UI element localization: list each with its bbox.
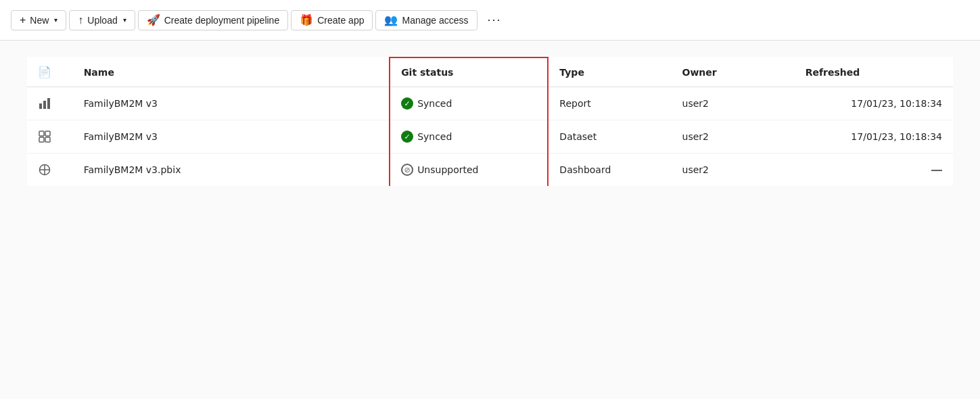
item-type: Report — [559, 98, 590, 109]
col-header-type[interactable]: Type — [548, 57, 671, 87]
row-refreshed-cell — [795, 154, 953, 187]
main-content: 📄 Name Git status Type Owner Refreshed F… — [0, 41, 980, 399]
table-row[interactable]: FamilyBM2M v3 ✓ Synced Report user2 17/0… — [27, 87, 953, 120]
synced-icon: ✓ — [401, 131, 413, 143]
row-refreshed-cell: 17/01/23, 10:18:34 — [795, 87, 953, 120]
upload-chevron-icon: ▾ — [123, 16, 126, 24]
row-refreshed-cell: 17/01/23, 10:18:34 — [795, 120, 953, 154]
item-name: FamilyBM2M v3.pbix — [84, 164, 181, 175]
create-app-label: Create app — [317, 15, 364, 26]
git-status-label: Synced — [417, 131, 452, 142]
item-type: Dataset — [559, 131, 597, 142]
row-type-cell: Dashboard — [548, 154, 671, 187]
row-name-cell: FamilyBM2M v3.pbix — [73, 154, 390, 187]
svg-rect-0 — [39, 103, 42, 109]
table-row[interactable]: FamilyBM2M v3.pbix ⊘ Unsupported Dashboa… — [27, 154, 953, 187]
refreshed-dash — [931, 170, 942, 171]
row-type-cell: Report — [548, 87, 671, 120]
dataset-icon — [38, 130, 51, 143]
table-row[interactable]: FamilyBM2M v3 ✓ Synced Dataset user2 17/… — [27, 120, 953, 154]
items-table: 📄 Name Git status Type Owner Refreshed F… — [27, 57, 953, 186]
row-icon-cell — [27, 120, 73, 154]
row-owner-cell: user2 — [672, 87, 795, 120]
git-status-label: Synced — [417, 98, 452, 109]
item-owner: user2 — [682, 131, 709, 142]
svg-rect-2 — [47, 98, 50, 109]
more-dots-icon: ··· — [488, 13, 502, 27]
manage-access-button[interactable]: 👥 Manage access — [375, 10, 477, 30]
row-owner-cell: user2 — [672, 120, 795, 154]
item-owner: user2 — [682, 164, 709, 175]
row-name-cell: FamilyBM2M v3 — [73, 120, 390, 154]
col-header-owner[interactable]: Owner — [672, 57, 795, 87]
pbix-icon — [38, 163, 51, 177]
create-pipeline-label: Create deployment pipeline — [164, 15, 279, 26]
unsupported-icon: ⊘ — [401, 164, 413, 176]
col-header-refreshed[interactable]: Refreshed — [795, 57, 953, 87]
svg-rect-4 — [45, 131, 50, 136]
refreshed-value: 17/01/23, 10:18:34 — [851, 98, 942, 109]
git-status-synced: ✓ Synced — [401, 97, 536, 110]
create-pipeline-button[interactable]: 🚀 Create deployment pipeline — [138, 10, 288, 30]
col-header-git-status[interactable]: Git status — [390, 57, 548, 87]
col-header-name[interactable]: Name — [73, 57, 390, 87]
upload-icon: ↑ — [78, 15, 83, 26]
synced-icon: ✓ — [401, 97, 413, 110]
svg-rect-6 — [45, 137, 50, 142]
new-chevron-icon: ▾ — [54, 16, 57, 24]
row-name-cell: FamilyBM2M v3 — [73, 87, 390, 120]
item-name: FamilyBM2M v3 — [84, 98, 158, 109]
row-gitstatus-cell: ✓ Synced — [390, 87, 548, 120]
toolbar: + New ▾ ↑ Upload ▾ 🚀 Create deployment p… — [0, 0, 980, 41]
row-gitstatus-cell: ⊘ Unsupported — [390, 154, 548, 187]
row-icon-cell — [27, 154, 73, 187]
item-type: Dashboard — [559, 164, 611, 175]
app-icon: 🎁 — [300, 15, 313, 26]
pipeline-icon: 🚀 — [147, 15, 160, 26]
upload-button[interactable]: ↑ Upload ▾ — [69, 10, 135, 30]
svg-rect-1 — [43, 101, 46, 109]
manage-access-label: Manage access — [402, 15, 468, 26]
git-status-label: Unsupported — [417, 164, 478, 175]
access-icon: 👥 — [384, 15, 398, 26]
more-button[interactable]: ··· — [480, 8, 509, 32]
svg-rect-5 — [39, 137, 44, 142]
new-button-label: New — [30, 15, 49, 26]
plus-icon: + — [20, 15, 26, 26]
row-owner-cell: user2 — [672, 154, 795, 187]
item-name: FamilyBM2M v3 — [84, 131, 158, 142]
row-icon-cell — [27, 87, 73, 120]
item-owner: user2 — [682, 98, 709, 109]
row-gitstatus-cell: ✓ Synced — [390, 120, 548, 154]
create-app-button[interactable]: 🎁 Create app — [291, 10, 373, 30]
svg-rect-3 — [39, 131, 44, 136]
new-button[interactable]: + New ▾ — [11, 10, 66, 30]
refreshed-value: 17/01/23, 10:18:34 — [851, 131, 942, 142]
file-icon: 📄 — [38, 66, 51, 78]
col-header-icon: 📄 — [27, 57, 73, 87]
row-type-cell: Dataset — [548, 120, 671, 154]
git-status-synced: ✓ Synced — [401, 131, 536, 143]
git-status-unsupported: ⊘ Unsupported — [401, 164, 536, 176]
chart-icon — [38, 97, 51, 110]
upload-button-label: Upload — [87, 15, 117, 26]
